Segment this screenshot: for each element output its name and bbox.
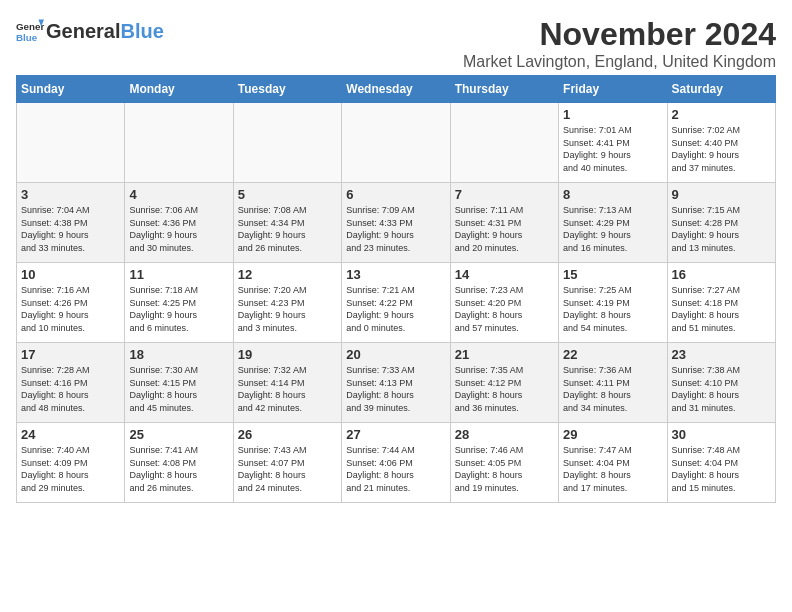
- location-title: Market Lavington, England, United Kingdo…: [463, 53, 776, 71]
- day-info: Sunrise: 7:06 AM Sunset: 4:36 PM Dayligh…: [129, 204, 228, 254]
- day-info: Sunrise: 7:13 AM Sunset: 4:29 PM Dayligh…: [563, 204, 662, 254]
- day-info: Sunrise: 7:18 AM Sunset: 4:25 PM Dayligh…: [129, 284, 228, 334]
- day-info: Sunrise: 7:46 AM Sunset: 4:05 PM Dayligh…: [455, 444, 554, 494]
- week-row-3: 10Sunrise: 7:16 AM Sunset: 4:26 PM Dayli…: [17, 263, 776, 343]
- calendar-cell: 14Sunrise: 7:23 AM Sunset: 4:20 PM Dayli…: [450, 263, 558, 343]
- calendar-cell: 25Sunrise: 7:41 AM Sunset: 4:08 PM Dayli…: [125, 423, 233, 503]
- day-info: Sunrise: 7:40 AM Sunset: 4:09 PM Dayligh…: [21, 444, 120, 494]
- day-number: 9: [672, 187, 771, 202]
- day-number: 21: [455, 347, 554, 362]
- header: General Blue GeneralBlue November 2024 M…: [16, 16, 776, 71]
- day-header-tuesday: Tuesday: [233, 76, 341, 103]
- calendar-cell: 22Sunrise: 7:36 AM Sunset: 4:11 PM Dayli…: [559, 343, 667, 423]
- day-info: Sunrise: 7:41 AM Sunset: 4:08 PM Dayligh…: [129, 444, 228, 494]
- day-info: Sunrise: 7:33 AM Sunset: 4:13 PM Dayligh…: [346, 364, 445, 414]
- day-info: Sunrise: 7:48 AM Sunset: 4:04 PM Dayligh…: [672, 444, 771, 494]
- day-info: Sunrise: 7:28 AM Sunset: 4:16 PM Dayligh…: [21, 364, 120, 414]
- day-number: 14: [455, 267, 554, 282]
- day-info: Sunrise: 7:38 AM Sunset: 4:10 PM Dayligh…: [672, 364, 771, 414]
- day-number: 7: [455, 187, 554, 202]
- day-number: 8: [563, 187, 662, 202]
- day-number: 6: [346, 187, 445, 202]
- calendar-cell: 6Sunrise: 7:09 AM Sunset: 4:33 PM Daylig…: [342, 183, 450, 263]
- day-number: 19: [238, 347, 337, 362]
- calendar-cell: 8Sunrise: 7:13 AM Sunset: 4:29 PM Daylig…: [559, 183, 667, 263]
- calendar-cell: 3Sunrise: 7:04 AM Sunset: 4:38 PM Daylig…: [17, 183, 125, 263]
- calendar-cell: 26Sunrise: 7:43 AM Sunset: 4:07 PM Dayli…: [233, 423, 341, 503]
- calendar-cell: 12Sunrise: 7:20 AM Sunset: 4:23 PM Dayli…: [233, 263, 341, 343]
- day-info: Sunrise: 7:43 AM Sunset: 4:07 PM Dayligh…: [238, 444, 337, 494]
- day-info: Sunrise: 7:21 AM Sunset: 4:22 PM Dayligh…: [346, 284, 445, 334]
- day-number: 2: [672, 107, 771, 122]
- calendar-cell: [342, 103, 450, 183]
- day-number: 5: [238, 187, 337, 202]
- calendar-cell: 5Sunrise: 7:08 AM Sunset: 4:34 PM Daylig…: [233, 183, 341, 263]
- svg-text:Blue: Blue: [16, 32, 38, 43]
- day-info: Sunrise: 7:09 AM Sunset: 4:33 PM Dayligh…: [346, 204, 445, 254]
- calendar-cell: 4Sunrise: 7:06 AM Sunset: 4:36 PM Daylig…: [125, 183, 233, 263]
- day-number: 27: [346, 427, 445, 442]
- logo-blue-text: Blue: [120, 20, 163, 42]
- day-info: Sunrise: 7:01 AM Sunset: 4:41 PM Dayligh…: [563, 124, 662, 174]
- day-number: 24: [21, 427, 120, 442]
- calendar-cell: 7Sunrise: 7:11 AM Sunset: 4:31 PM Daylig…: [450, 183, 558, 263]
- week-row-4: 17Sunrise: 7:28 AM Sunset: 4:16 PM Dayli…: [17, 343, 776, 423]
- day-number: 26: [238, 427, 337, 442]
- calendar-cell: 18Sunrise: 7:30 AM Sunset: 4:15 PM Dayli…: [125, 343, 233, 423]
- day-number: 30: [672, 427, 771, 442]
- day-info: Sunrise: 7:02 AM Sunset: 4:40 PM Dayligh…: [672, 124, 771, 174]
- week-row-5: 24Sunrise: 7:40 AM Sunset: 4:09 PM Dayli…: [17, 423, 776, 503]
- day-header-thursday: Thursday: [450, 76, 558, 103]
- calendar-cell: [233, 103, 341, 183]
- calendar-cell: 13Sunrise: 7:21 AM Sunset: 4:22 PM Dayli…: [342, 263, 450, 343]
- day-number: 17: [21, 347, 120, 362]
- day-info: Sunrise: 7:35 AM Sunset: 4:12 PM Dayligh…: [455, 364, 554, 414]
- day-number: 22: [563, 347, 662, 362]
- day-number: 11: [129, 267, 228, 282]
- day-number: 28: [455, 427, 554, 442]
- day-info: Sunrise: 7:08 AM Sunset: 4:34 PM Dayligh…: [238, 204, 337, 254]
- day-info: Sunrise: 7:23 AM Sunset: 4:20 PM Dayligh…: [455, 284, 554, 334]
- calendar-cell: 1Sunrise: 7:01 AM Sunset: 4:41 PM Daylig…: [559, 103, 667, 183]
- day-info: Sunrise: 7:16 AM Sunset: 4:26 PM Dayligh…: [21, 284, 120, 334]
- day-header-sunday: Sunday: [17, 76, 125, 103]
- logo-general-text: General: [46, 20, 120, 42]
- calendar-cell: [17, 103, 125, 183]
- day-number: 25: [129, 427, 228, 442]
- calendar-cell: 15Sunrise: 7:25 AM Sunset: 4:19 PM Dayli…: [559, 263, 667, 343]
- day-header-friday: Friday: [559, 76, 667, 103]
- day-info: Sunrise: 7:30 AM Sunset: 4:15 PM Dayligh…: [129, 364, 228, 414]
- calendar-cell: [125, 103, 233, 183]
- day-info: Sunrise: 7:36 AM Sunset: 4:11 PM Dayligh…: [563, 364, 662, 414]
- header-row: SundayMondayTuesdayWednesdayThursdayFrid…: [17, 76, 776, 103]
- calendar-cell: 27Sunrise: 7:44 AM Sunset: 4:06 PM Dayli…: [342, 423, 450, 503]
- week-row-2: 3Sunrise: 7:04 AM Sunset: 4:38 PM Daylig…: [17, 183, 776, 263]
- day-info: Sunrise: 7:32 AM Sunset: 4:14 PM Dayligh…: [238, 364, 337, 414]
- calendar-cell: 29Sunrise: 7:47 AM Sunset: 4:04 PM Dayli…: [559, 423, 667, 503]
- day-number: 16: [672, 267, 771, 282]
- day-info: Sunrise: 7:04 AM Sunset: 4:38 PM Dayligh…: [21, 204, 120, 254]
- day-number: 3: [21, 187, 120, 202]
- calendar-cell: 16Sunrise: 7:27 AM Sunset: 4:18 PM Dayli…: [667, 263, 775, 343]
- calendar-table: SundayMondayTuesdayWednesdayThursdayFrid…: [16, 75, 776, 503]
- logo: General Blue GeneralBlue: [16, 16, 164, 46]
- calendar-cell: 11Sunrise: 7:18 AM Sunset: 4:25 PM Dayli…: [125, 263, 233, 343]
- day-number: 4: [129, 187, 228, 202]
- day-info: Sunrise: 7:25 AM Sunset: 4:19 PM Dayligh…: [563, 284, 662, 334]
- day-number: 13: [346, 267, 445, 282]
- day-info: Sunrise: 7:27 AM Sunset: 4:18 PM Dayligh…: [672, 284, 771, 334]
- calendar-cell: [450, 103, 558, 183]
- day-header-saturday: Saturday: [667, 76, 775, 103]
- day-header-wednesday: Wednesday: [342, 76, 450, 103]
- calendar-cell: 24Sunrise: 7:40 AM Sunset: 4:09 PM Dayli…: [17, 423, 125, 503]
- day-number: 23: [672, 347, 771, 362]
- day-number: 15: [563, 267, 662, 282]
- day-number: 10: [21, 267, 120, 282]
- day-info: Sunrise: 7:11 AM Sunset: 4:31 PM Dayligh…: [455, 204, 554, 254]
- day-header-monday: Monday: [125, 76, 233, 103]
- title-area: November 2024 Market Lavington, England,…: [463, 16, 776, 71]
- day-number: 1: [563, 107, 662, 122]
- day-number: 18: [129, 347, 228, 362]
- week-row-1: 1Sunrise: 7:01 AM Sunset: 4:41 PM Daylig…: [17, 103, 776, 183]
- day-number: 29: [563, 427, 662, 442]
